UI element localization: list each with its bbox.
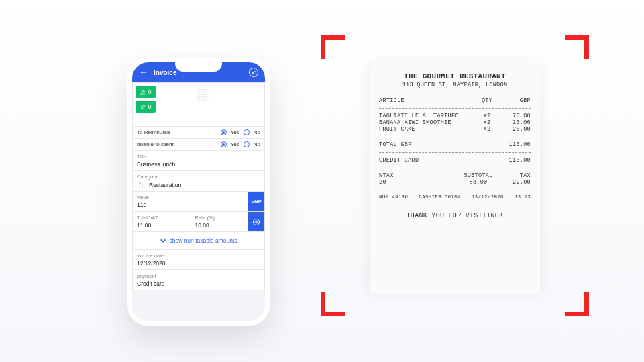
show-non-taxable-button[interactable]: show non taxable amounts	[132, 231, 265, 250]
scan-corner-tr	[565, 35, 589, 59]
vat-rate-field[interactable]: Rate (%) 10.00	[191, 212, 249, 231]
phone-mockup: ← Invoice 0 0 ── ─── ──── ── ───── ── ──…	[127, 58, 270, 326]
receipt-item: BANANA KIWI SMOOTHIEX220.00	[379, 119, 531, 126]
receipt-thumbnail[interactable]: ── ─── ──── ── ───── ── ─── ─── ──── ── …	[158, 86, 262, 123]
receipt-item: TAGLIATELLE AL TARTUFOX270.00	[379, 113, 531, 119]
receipt-payment: CREDIT CARD 110.00	[379, 157, 531, 164]
receipt-tax-values: 20 88.00 22.00	[379, 179, 531, 186]
receipt-meta: NUM:49136 CASHIER:66704 13/12/2020 13:13	[379, 194, 531, 200]
vat-total-field[interactable]: Total VAT 11.00	[133, 212, 191, 231]
confirm-icon[interactable]	[249, 68, 258, 77]
receipt-columns: ARTICLE QTY GBP	[379, 97, 531, 104]
add-vat-button[interactable]	[248, 212, 264, 231]
value-row: value 110 GBP	[132, 191, 265, 212]
back-arrow-icon[interactable]: ←	[139, 67, 148, 78]
receipt-address: 113 QUEEN ST, MAYFAIR, LONDON	[379, 82, 531, 88]
receipt-thanks: THANK YOU FOR VISITING!	[379, 212, 531, 219]
billable-row: billable to client Yes No	[132, 138, 265, 151]
scan-frame: THE GOURMET RESTAURANT 113 QUEEN ST, MAY…	[321, 35, 589, 316]
receipt-items: TAGLIATELLE AL TARTUFOX270.00BANANA KIWI…	[379, 113, 531, 133]
scan-corner-bl	[321, 292, 345, 316]
category-field[interactable]: Category 🍴 Restauration	[132, 170, 265, 192]
currency-button[interactable]: GBP	[248, 192, 264, 211]
phone-screen: ← Invoice 0 0 ── ─── ──── ── ───── ── ──…	[132, 62, 265, 321]
attachment-count-pill[interactable]: 0	[136, 101, 156, 113]
value-field[interactable]: value 110	[133, 192, 248, 211]
invoice-date-field[interactable]: Invoice date 12/12/2020	[132, 249, 265, 270]
receipt: THE GOURMET RESTAURANT 113 QUEEN ST, MAY…	[370, 62, 540, 290]
reimburse-yes-radio[interactable]	[221, 129, 227, 135]
payment-field[interactable]: payment Credit card	[132, 269, 265, 290]
cutlery-icon: 🍴	[137, 181, 145, 188]
phone-notch	[175, 62, 222, 72]
reimburse-row: To Reimburse Yes No	[132, 126, 265, 139]
receipt-item: FRUIT CAKEX220.00	[379, 126, 531, 133]
people-count-pill[interactable]: 0	[136, 86, 156, 98]
vat-row: Total VAT 11.00 Rate (%) 10.00	[132, 211, 265, 232]
receipt-tax-header: %TAX SUBTOTAL TAX	[379, 172, 531, 179]
title-field[interactable]: Title Business lunch	[132, 150, 265, 171]
billable-yes-radio[interactable]	[221, 141, 227, 147]
receipt-name: THE GOURMET RESTAURANT	[379, 72, 531, 80]
billable-no-radio[interactable]	[244, 141, 250, 147]
reimburse-no-radio[interactable]	[244, 129, 250, 135]
chevron-down-icon	[160, 237, 166, 244]
scan-corner-br	[565, 292, 589, 316]
attachment-preview: 0 0 ── ─── ──── ── ───── ── ─── ─── ────…	[132, 82, 265, 127]
receipt-total: TOTAL GBP 110.00	[379, 141, 531, 148]
scan-corner-tl	[321, 35, 345, 59]
